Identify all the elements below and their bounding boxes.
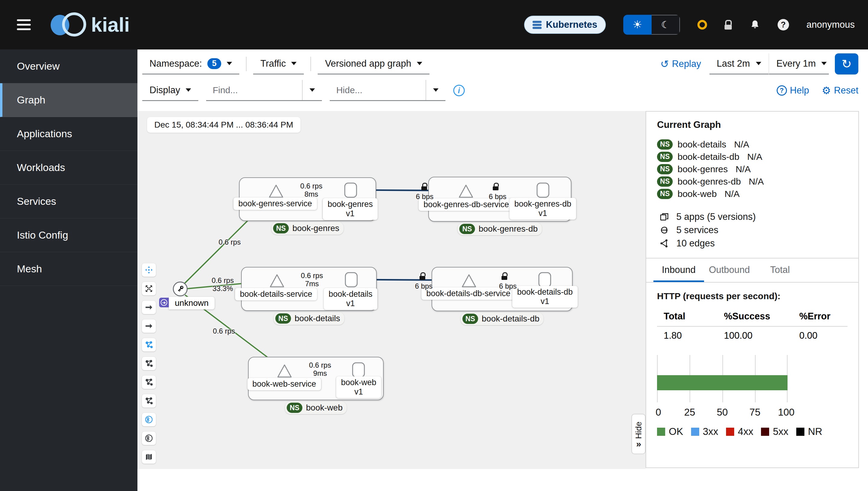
sidebar-item-graph[interactable]: Graph <box>0 83 137 117</box>
arrow-right-icon <box>145 322 153 330</box>
display-dropdown[interactable]: Display <box>142 80 198 101</box>
sidebar-item-mesh[interactable]: Mesh <box>0 252 137 286</box>
legend-button[interactable] <box>142 450 156 464</box>
node-label-unknown[interactable]: unknown <box>169 297 215 310</box>
namespace-dropdown[interactable]: Namespace: 5 <box>142 53 239 75</box>
mtls-lock-icon <box>493 183 499 190</box>
edge-mode-button-1[interactable] <box>142 300 156 314</box>
graph-canvas[interactable]: Dec 15, 08:34:44 PM ... 08:36:44 PM ➔ un… <box>137 111 646 469</box>
graph-time-range: Dec 15, 08:34:44 PM ... 08:36:44 PM <box>147 117 301 133</box>
layout-grid-button[interactable] <box>142 356 156 370</box>
divider <box>310 57 311 71</box>
graph-type-dropdown[interactable]: Versioned app graph <box>318 53 429 75</box>
edge-label: 0.6 rps9ms <box>309 361 331 377</box>
topology-icon <box>145 359 153 368</box>
namespace-box-badge[interactable]: NSbook-genres-db <box>458 223 542 235</box>
legend-nr: NR <box>796 426 823 437</box>
node-label-workload[interactable]: book-detailsv1 <box>324 288 377 310</box>
kiali-app: kiali Kubernetes ☀ ☾ ? anonymous Overvie… <box>0 0 868 491</box>
node-label-workload[interactable]: book-webv1 <box>336 376 381 398</box>
panel-namespace-row: NS book-detailsN/A <box>657 138 847 150</box>
sidebar-item-istio-config[interactable]: Istio Config <box>0 219 137 252</box>
edge-label: 6 bps <box>499 282 517 290</box>
sidebar-item-applications[interactable]: Applications <box>0 117 137 151</box>
summary-apps: 5 apps (5 versions) <box>657 210 847 224</box>
dark-theme-button[interactable]: ☾ <box>652 15 680 35</box>
edges-icon <box>659 238 669 248</box>
tab-total[interactable]: Total <box>755 259 805 282</box>
tab-inbound[interactable]: Inbound <box>653 259 704 282</box>
duration-dropdown[interactable]: Last 2m <box>710 53 769 75</box>
namespace-layout-button-1[interactable] <box>142 412 156 427</box>
replay-button[interactable]: ↺ Replay <box>660 58 701 70</box>
sidebar-item-overview[interactable]: Overview <box>0 50 137 83</box>
layout-dagre-button[interactable] <box>142 338 156 352</box>
graph-toolbar <box>142 263 156 464</box>
node-label-service[interactable]: book-web-service <box>247 378 321 390</box>
drag-pan-button[interactable] <box>142 263 156 277</box>
help-question-icon[interactable]: ? <box>778 19 789 30</box>
layout-breadthfirst-button[interactable] <box>142 394 156 408</box>
ns-badge: NS <box>657 139 673 150</box>
edge-label: 0.6 rps <box>213 327 235 335</box>
brand-text: kiali <box>91 13 130 36</box>
light-theme-button[interactable]: ☀ <box>623 15 652 35</box>
namespace-layout-button-2[interactable] <box>142 431 156 445</box>
traffic-dropdown[interactable]: Traffic <box>253 53 304 75</box>
table-row: 1.80 100.00 0.00 <box>657 327 847 345</box>
hide-input[interactable] <box>330 80 426 100</box>
legend-ok: OK <box>657 426 683 437</box>
notifications-bell-icon[interactable] <box>750 19 760 30</box>
ns-badge: NS <box>657 164 673 174</box>
namespace-box-badge[interactable]: NSbook-details <box>274 312 344 325</box>
map-icon <box>145 453 153 461</box>
summary-edges: 10 edges <box>657 237 847 250</box>
node-label-service[interactable]: book-genres-service <box>234 198 317 210</box>
node-label-workload[interactable]: book-genresv1 <box>323 198 378 220</box>
edge-label: 6 bps <box>416 193 434 201</box>
hide-panel-button[interactable]: » Hide <box>631 414 646 454</box>
col-total: Total <box>664 309 724 324</box>
user-menu[interactable]: anonymous <box>807 19 855 30</box>
namespace-box-badge[interactable]: NSbook-genres <box>271 222 344 235</box>
refresh-button[interactable]: ↻ <box>835 53 858 75</box>
info-icon[interactable]: i <box>453 85 465 96</box>
zoom-to-fit-button[interactable] <box>142 282 156 295</box>
namespace-box-badge[interactable]: NSbook-web <box>285 401 347 414</box>
nav-toggle-hamburger-icon[interactable] <box>17 19 31 30</box>
sidebar-item-services[interactable]: Services <box>0 184 137 219</box>
chevron-down-icon <box>821 62 827 65</box>
node-label-workload[interactable]: book-genres-dbv1 <box>509 198 576 220</box>
edge-label: 0.6 rps7ms <box>301 271 323 288</box>
namespace-count-badge: 5 <box>207 58 221 69</box>
refresh-interval-dropdown[interactable]: Every 1m <box>769 53 829 75</box>
namespace-box-badge[interactable]: NSbook-details-db <box>461 313 544 325</box>
hide-options-button[interactable] <box>426 80 445 100</box>
chevron-down-icon <box>186 88 191 92</box>
sidebar-item-workloads[interactable]: Workloads <box>0 151 137 184</box>
panel-namespace-row: NS book-genres-dbN/A <box>657 175 847 187</box>
edge-mode-button-2[interactable] <box>142 319 156 333</box>
mtls-lock-icon <box>501 272 508 280</box>
replay-history-icon: ↺ <box>660 58 669 70</box>
lock-icon[interactable] <box>724 20 733 30</box>
help-button[interactable]: ? Help <box>777 85 809 96</box>
chevron-down-icon <box>756 62 761 65</box>
find-input[interactable] <box>206 80 302 100</box>
panel-namespace-row: NS book-webN/A <box>657 187 847 200</box>
istio-status-icon[interactable] <box>698 20 707 30</box>
edge-label: 6 bps <box>415 282 433 290</box>
chart-legend: OK 3xx 4xx 5xx NR <box>657 426 847 437</box>
sidebar-nav: Overview Graph Applications Workloads Se… <box>0 50 137 491</box>
arrow-right-icon <box>145 303 153 312</box>
node-label-workload[interactable]: book-details-dbv1 <box>513 286 578 308</box>
layout-concentric-button[interactable] <box>142 375 156 389</box>
theme-toggle: ☀ ☾ <box>623 15 680 35</box>
find-options-button[interactable] <box>303 80 322 100</box>
node-label-service[interactable]: book-details-service <box>235 288 317 300</box>
reset-button[interactable]: ⚙ Reset <box>822 84 858 96</box>
topology-icon <box>145 378 153 386</box>
services-icon <box>659 225 669 235</box>
tab-outbound[interactable]: Outbound <box>704 259 755 282</box>
kiali-brand[interactable]: kiali <box>51 12 130 37</box>
